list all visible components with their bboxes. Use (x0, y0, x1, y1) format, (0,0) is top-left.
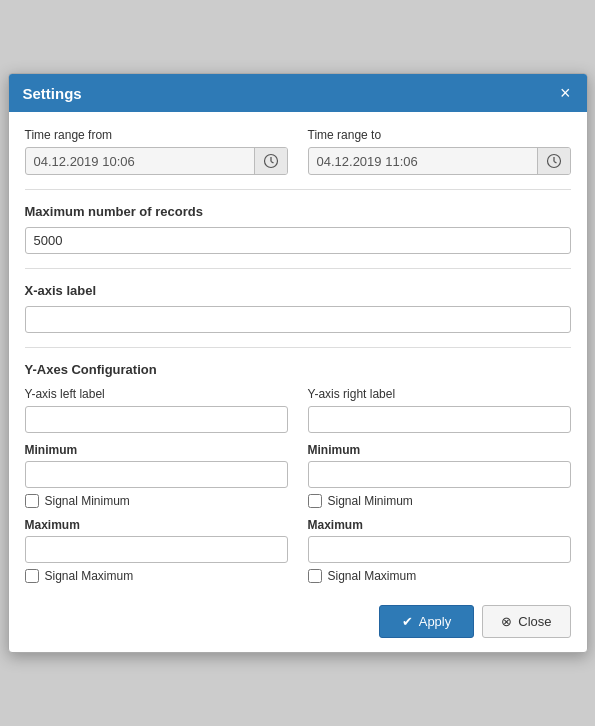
svg-line-5 (554, 162, 557, 164)
modal-body: Time range from Time range to (9, 112, 587, 595)
y-right-min-label: Minimum (308, 443, 571, 457)
y-left-min-label: Minimum (25, 443, 288, 457)
time-to-input[interactable] (309, 149, 537, 174)
modal-footer: ✔ Apply ⊗ Close (9, 595, 587, 652)
apply-button[interactable]: ✔ Apply (379, 605, 475, 638)
max-records-group: Maximum number of records (25, 204, 571, 254)
y-right-signal-min-checkbox[interactable] (308, 494, 322, 508)
y-max-row: Maximum Signal Maximum Maximum Signal Ma… (25, 518, 571, 583)
y-right-label-group: Y-axis right label (308, 387, 571, 433)
x-axis-input[interactable] (25, 306, 571, 333)
time-to-label: Time range to (308, 128, 571, 142)
y-right-label: Y-axis right label (308, 387, 571, 401)
y-left-signal-min-checkbox[interactable] (25, 494, 39, 508)
max-records-input[interactable] (25, 227, 571, 254)
y-right-signal-min-label: Signal Minimum (328, 494, 413, 508)
modal-close-x-button[interactable]: × (558, 84, 573, 102)
time-from-label: Time range from (25, 128, 288, 142)
max-records-label: Maximum number of records (25, 204, 571, 219)
time-from-input-wrapper (25, 147, 288, 175)
y-left-signal-max-row: Signal Maximum (25, 569, 288, 583)
y-left-label-group: Y-axis left label (25, 387, 288, 433)
clock-icon-2 (546, 153, 562, 169)
y-left-min-group: Minimum Signal Minimum (25, 443, 288, 508)
divider-2 (25, 268, 571, 269)
y-min-row: Minimum Signal Minimum Minimum Signal Mi… (25, 443, 571, 508)
time-to-input-wrapper (308, 147, 571, 175)
settings-modal: Settings × Time range from (8, 73, 588, 653)
y-right-max-label: Maximum (308, 518, 571, 532)
y-left-signal-min-row: Signal Minimum (25, 494, 288, 508)
divider-1 (25, 189, 571, 190)
y-axes-title: Y-Axes Configuration (25, 362, 571, 377)
y-left-max-group: Maximum Signal Maximum (25, 518, 288, 583)
time-to-clock-button[interactable] (537, 148, 570, 174)
modal-header: Settings × (9, 74, 587, 112)
y-left-label-input[interactable] (25, 406, 288, 433)
divider-3 (25, 347, 571, 348)
y-right-signal-max-label: Signal Maximum (328, 569, 417, 583)
time-from-clock-button[interactable] (254, 148, 287, 174)
x-axis-label: X-axis label (25, 283, 571, 298)
y-left-min-input[interactable] (25, 461, 288, 488)
time-from-group: Time range from (25, 128, 288, 175)
y-right-min-input[interactable] (308, 461, 571, 488)
y-right-signal-max-checkbox[interactable] (308, 569, 322, 583)
y-right-max-input[interactable] (308, 536, 571, 563)
time-range-row: Time range from Time range to (25, 128, 571, 175)
y-left-signal-min-label: Signal Minimum (45, 494, 130, 508)
y-right-signal-min-row: Signal Minimum (308, 494, 571, 508)
time-from-input[interactable] (26, 149, 254, 174)
clock-icon (263, 153, 279, 169)
close-label: Close (518, 614, 551, 629)
x-axis-group: X-axis label (25, 283, 571, 333)
y-left-signal-max-checkbox[interactable] (25, 569, 39, 583)
time-to-group: Time range to (308, 128, 571, 175)
y-right-label-input[interactable] (308, 406, 571, 433)
y-right-signal-max-row: Signal Maximum (308, 569, 571, 583)
y-right-min-group: Minimum Signal Minimum (308, 443, 571, 508)
circle-x-icon: ⊗ (501, 614, 512, 629)
y-left-signal-max-label: Signal Maximum (45, 569, 134, 583)
checkmark-icon: ✔ (402, 614, 413, 629)
y-axes-section: Y-Axes Configuration Y-axis left label Y… (25, 362, 571, 583)
y-right-max-group: Maximum Signal Maximum (308, 518, 571, 583)
y-left-max-label: Maximum (25, 518, 288, 532)
y-left-label: Y-axis left label (25, 387, 288, 401)
apply-label: Apply (419, 614, 452, 629)
modal-title: Settings (23, 85, 82, 102)
svg-line-2 (271, 162, 274, 164)
close-button[interactable]: ⊗ Close (482, 605, 570, 638)
y-left-max-input[interactable] (25, 536, 288, 563)
y-axis-labels-row: Y-axis left label Y-axis right label (25, 387, 571, 433)
